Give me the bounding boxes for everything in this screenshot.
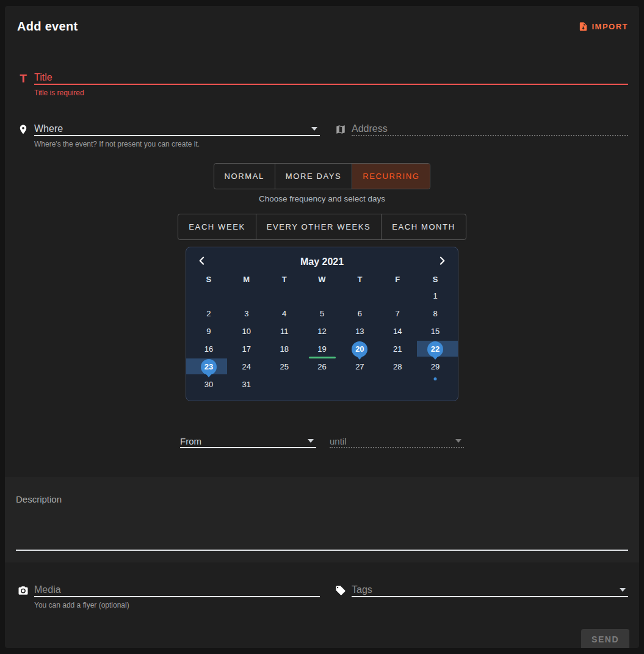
day-number: 14 bbox=[393, 327, 402, 336]
calendar-day-10[interactable]: 10 bbox=[228, 322, 266, 340]
description-underline bbox=[16, 550, 628, 551]
page-background: Add event IMPORT T Title Title is requir… bbox=[0, 0, 644, 654]
tab-more-days[interactable]: MORE DAYS bbox=[275, 164, 352, 189]
day-number: 12 bbox=[317, 327, 326, 336]
calendar-day-11[interactable]: 11 bbox=[266, 322, 303, 340]
calendar-day-23[interactable]: 23 bbox=[190, 358, 228, 376]
calendar-day-24[interactable]: 24 bbox=[228, 358, 266, 376]
selected-day-balloon: 22 bbox=[427, 341, 443, 357]
calendar-empty-cell bbox=[341, 287, 378, 305]
calendar-week-row: 9101112131415 bbox=[190, 322, 454, 340]
day-number: 16 bbox=[204, 344, 213, 354]
frequency-tab-each-week[interactable]: EACH WEEK bbox=[178, 214, 255, 239]
tab-recurring[interactable]: RECURRING bbox=[352, 164, 430, 189]
calendar-day-21[interactable]: 21 bbox=[378, 340, 416, 358]
calendar-day-29[interactable]: 29 bbox=[416, 358, 454, 376]
day-number: 2 bbox=[206, 309, 211, 318]
chevron-down-icon bbox=[620, 588, 626, 592]
calendar-day-15[interactable]: 15 bbox=[416, 322, 454, 340]
calendar-grid: 1234567891011121314151617181920212223242… bbox=[190, 287, 454, 393]
frequency-tab-every-other-weeks[interactable]: EVERY OTHER WEEKS bbox=[256, 214, 381, 239]
calendar-day-13[interactable]: 13 bbox=[341, 322, 378, 340]
where-helper: Where's the event? If not present you ca… bbox=[34, 140, 320, 148]
calendar-day-16[interactable]: 16 bbox=[190, 340, 228, 358]
map-marker-icon bbox=[17, 123, 29, 135]
calendar-day-25[interactable]: 25 bbox=[266, 358, 303, 376]
address-placeholder: Address bbox=[352, 123, 388, 134]
title-placeholder: Title bbox=[34, 72, 52, 83]
calendar-day-30[interactable]: 30 bbox=[190, 376, 228, 393]
frequency-tab-each-month[interactable]: EACH MONTH bbox=[381, 214, 465, 239]
calendar-day-5[interactable]: 5 bbox=[303, 305, 341, 322]
calendar-day-17[interactable]: 17 bbox=[228, 340, 266, 358]
day-number: 5 bbox=[320, 309, 324, 318]
until-select[interactable]: until bbox=[330, 435, 464, 448]
day-number: 3 bbox=[244, 309, 248, 318]
chevron-down-icon bbox=[455, 439, 461, 443]
send-button[interactable]: SEND bbox=[581, 629, 629, 648]
day-number: 29 bbox=[431, 362, 440, 371]
title-error-message: Title is required bbox=[34, 89, 628, 97]
address-input[interactable]: Address bbox=[352, 123, 628, 136]
calendar-day-14[interactable]: 14 bbox=[378, 322, 416, 340]
day-number: 21 bbox=[393, 344, 402, 354]
calendar-day-9[interactable]: 9 bbox=[190, 322, 228, 340]
calendar-week-row: 1 bbox=[190, 287, 454, 305]
calendar-day-26[interactable]: 26 bbox=[303, 358, 341, 376]
weekday-label: T bbox=[341, 275, 378, 284]
day-number: 9 bbox=[206, 327, 211, 336]
media-helper: You can add a flyer (optional) bbox=[34, 601, 320, 609]
time-row: From until bbox=[180, 435, 464, 448]
day-number: 28 bbox=[393, 362, 402, 371]
title-input[interactable]: Title bbox=[34, 71, 628, 85]
calendar-day-3[interactable]: 3 bbox=[228, 305, 266, 322]
weekday-label: S bbox=[416, 275, 454, 284]
where-select[interactable]: Where bbox=[34, 123, 320, 136]
calendar-day-22[interactable]: 22 bbox=[416, 340, 454, 358]
calendar-empty-cell bbox=[266, 376, 303, 393]
prev-month-button[interactable] bbox=[196, 255, 208, 269]
tab-normal[interactable]: NORMAL bbox=[214, 164, 275, 189]
calendar-day-2[interactable]: 2 bbox=[190, 305, 228, 322]
media-input[interactable]: Media bbox=[34, 584, 320, 597]
footer: SEND bbox=[5, 629, 639, 648]
day-number: 30 bbox=[204, 380, 213, 389]
calendar-month-title: May 2021 bbox=[208, 256, 436, 267]
until-label: until bbox=[330, 436, 347, 446]
weekday-label: M bbox=[228, 275, 266, 284]
day-number: 26 bbox=[317, 362, 326, 371]
description-input[interactable]: Description bbox=[16, 494, 628, 504]
day-number: 18 bbox=[280, 344, 288, 354]
day-number: 6 bbox=[358, 309, 362, 318]
day-number: 24 bbox=[242, 362, 251, 371]
tags-select[interactable]: Tags bbox=[352, 584, 628, 597]
import-button[interactable]: IMPORT bbox=[578, 21, 628, 32]
from-select[interactable]: From bbox=[180, 435, 316, 448]
calendar-day-31[interactable]: 31 bbox=[228, 376, 266, 393]
calendar-day-4[interactable]: 4 bbox=[266, 305, 303, 322]
calendar-day-1[interactable]: 1 bbox=[416, 287, 454, 305]
calendar-day-7[interactable]: 7 bbox=[378, 305, 416, 322]
card-header: Add event IMPORT bbox=[5, 6, 639, 34]
calendar-day-20[interactable]: 20 bbox=[341, 340, 378, 358]
calendar-day-8[interactable]: 8 bbox=[416, 305, 454, 322]
calendar-day-27[interactable]: 27 bbox=[341, 358, 378, 376]
calendar-day-6[interactable]: 6 bbox=[341, 305, 378, 322]
day-number: 13 bbox=[355, 327, 364, 336]
calendar-empty-cell bbox=[416, 376, 454, 393]
calendar-day-18[interactable]: 18 bbox=[266, 340, 303, 358]
day-number: 11 bbox=[280, 327, 289, 336]
day-number: 4 bbox=[282, 309, 286, 318]
calendar-day-28[interactable]: 28 bbox=[378, 358, 416, 376]
calendar-day-19[interactable]: 19 bbox=[303, 340, 341, 358]
calendar-week-row: 16171819202122 bbox=[190, 340, 454, 358]
day-number: 10 bbox=[242, 327, 251, 336]
day-number: 31 bbox=[242, 380, 251, 389]
next-month-button[interactable] bbox=[436, 255, 448, 269]
format-title-icon: T bbox=[17, 71, 29, 85]
calendar-day-12[interactable]: 12 bbox=[303, 322, 341, 340]
where-label: Where bbox=[34, 123, 63, 134]
page-title: Add event bbox=[17, 20, 78, 34]
recurrence-section: NORMALMORE DAYSRECURRING Choose frequenc… bbox=[5, 148, 639, 448]
day-number: 15 bbox=[431, 327, 440, 336]
